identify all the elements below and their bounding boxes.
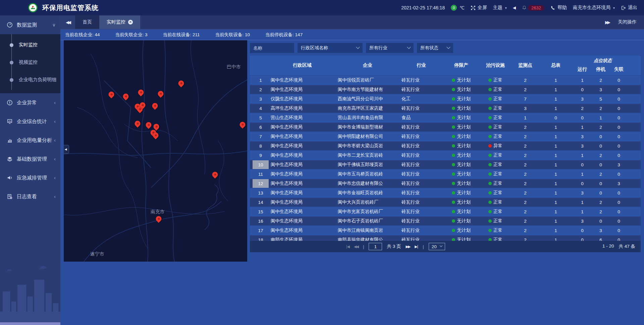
table-row[interactable]: 5营山生态环境局营山县润丰肉食品有限食品无计划正常10010 [250,113,641,122]
cell-industry: 砖瓦行业 [399,237,443,241]
status-dot-green [452,78,455,82]
page-number-input[interactable] [369,243,382,250]
table-row[interactable]: 18南部生态环境局南部县瑞华建材有限公砖瓦行业无计划正常21060 [250,235,641,241]
cell-company: 阆中市南方节能建材有 [336,87,399,93]
table-row[interactable]: 2阆中生态环境局阆中市南方节能建材有砖瓦行业无计划正常21030 [250,85,641,94]
cell-meters: 1 [539,125,573,130]
sidebar-item-5[interactable]: 应急减排管理‹ [0,168,60,187]
tab-首页[interactable]: 首页 [75,15,99,29]
next-page-button[interactable]: ▶▶ [406,245,410,249]
page-size-select[interactable]: 20 [429,243,445,250]
cell-lost: 0 [609,78,628,83]
chevron-down-icon [440,244,442,247]
table-row[interactable]: 12阆中生态环境局阆中市忠信建材有限公砖瓦行业无计划正常21003 [250,179,641,188]
chevron-down-icon [446,45,450,49]
sidebar-item-6[interactable]: 日志查看‹ [0,187,60,206]
sidebar-subitem[interactable]: 企业电力负荷明细 [0,71,60,89]
tab-实时监控[interactable]: 实时监控✕ [99,15,140,29]
cell-company: 阆中强锐页岩砖厂 [336,77,399,83]
sidebar-section: 数据监测∨实时监控视频监控企业电力负荷明细 [0,15,60,93]
status-select[interactable]: 所有状态 [417,43,453,53]
bell-icon [522,5,527,10]
status-dot-green [488,97,492,101]
sidebar-subitem[interactable]: 实时监控 [0,36,60,54]
cell-company: 阆中市五马桥页岩机砖 [336,171,399,177]
mute-button[interactable]: ◀ [513,5,516,10]
table-row[interactable]: 9阆中生态环境局阆中市二龙长宝页岩砖砖瓦行业无计划正常21120 [250,151,641,160]
cell-meters: 1 [539,144,573,149]
cell-halted: 5 [592,97,609,102]
record-total-label: 共 47 条 [619,243,635,250]
table-row[interactable]: 6阆中生态环境局阆中市金博瑞新型墙材砖瓦行业无计划正常21120 [250,123,641,131]
table-row[interactable]: 17阆中生态环境局阆中市江南镇阆南页岩砖瓦行业无计划正常21030 [250,226,641,235]
notifications-button[interactable]: 2632 [522,5,544,11]
tabs-scroll-left-button[interactable]: ◀◀ [60,15,75,29]
status-dot-green [488,219,492,223]
industry-select[interactable]: 所有行业 [366,43,414,53]
sidebar-item-3[interactable]: 企业用电量分析‹ [0,131,60,150]
cell-facility: 正常 [479,190,512,196]
cell-region: 阆中生态环境局 [269,209,336,215]
cell-meters: 1 [539,200,573,205]
status-dot-green [488,238,492,241]
sidebar-item-0[interactable]: 数据监测∨ [0,15,60,34]
cell-running: 1 [573,125,592,130]
cell-stop-limit: 无计划 [443,218,479,224]
row-number: 2 [253,85,269,94]
cell-lost: 0 [609,106,628,111]
cell-region: 阆中生态环境局 [269,143,336,149]
cell-industry: 砖瓦行业 [399,124,443,130]
table-row[interactable]: 16阆中生态环境局阆中市石子页岩机砖厂砖瓦行业无计划正常21300 [250,217,641,225]
fullscreen-button[interactable]: 全屏 [471,5,487,11]
table-row[interactable]: 4高坪生态环境局南充市高坪区王家店建砖瓦行业无计划正常31220 [250,104,641,113]
first-page-button[interactable]: ∣◀ [346,245,349,249]
close-tab-icon[interactable]: ✕ [128,20,133,24]
table-row[interactable]: 3仪陇生态环境局西南油气田分公司川中化工无计划正常71350 [250,95,641,103]
organization-dropdown[interactable]: 南充市生态环境局 ▾ [573,5,615,11]
sidebar-section: 应急减排管理‹ [0,168,60,187]
chevron-down-icon [407,45,411,49]
table-row[interactable]: 10阆中生态环境局阆中千佛镇五郎垭页岩砖瓦行业无计划正常21003 [250,160,641,169]
cell-running: 1 [573,153,592,158]
cell-region: 阆中生态环境局 [269,171,336,177]
table-row[interactable]: 15阆中生态环境局阆中市光富页岩机砖厂砖瓦行业无计划正常21120 [250,207,641,216]
cell-points: 2 [512,153,539,158]
sidebar-item-4[interactable]: 基础数据管理‹ [0,150,60,168]
cell-industry: 砖瓦行业 [399,77,443,83]
table-row[interactable]: 13阆中生态环境局阆中市金福旺页岩机砖砖瓦行业无计划正常21300 [250,188,641,197]
table-row[interactable]: 1阆中生态环境局阆中强锐页岩砖厂砖瓦行业无计划正常21120 [250,76,641,85]
table-row[interactable]: 8阆中生态环境局阆中市枣碧大梁山页岩砖瓦行业无计划异常21300 [250,142,641,150]
logout-button[interactable]: 退出 [621,5,637,11]
cell-running: 0 [573,162,592,167]
sidebar-section: 企业用电量分析‹ [0,131,60,150]
cell-company: 阆中大兴页岩机砖厂 [336,199,399,205]
theme-dropdown[interactable]: 主题 ▾ [493,5,507,11]
table-row[interactable]: 7阆中生态环境局阆中明阳建材有限公司砖瓦行业无计划正常21300 [250,132,641,141]
region-select[interactable]: 行政区域名称 [298,43,363,53]
status-dot-green [452,210,455,213]
col-company: 企业 [336,62,399,68]
cell-industry: 砖瓦行业 [399,227,443,233]
prev-page-button[interactable]: ◀◀ [354,245,358,249]
cell-region: 阆中生态环境局 [269,162,336,168]
close-operations-button[interactable]: 关闭操作 [618,19,637,25]
sidebar-item-2[interactable]: 企业综合统计‹ [0,112,60,131]
map-panel[interactable]: 巴中市南充市遂宁市 ◀ [64,40,247,262]
tabs-scroll-right-button[interactable]: ▶▶ [605,20,609,25]
help-button[interactable]: 帮助 [550,5,567,11]
name-search-input[interactable] [250,43,294,53]
sidebar-item-1[interactable]: 企业异常‹ [0,93,60,112]
cell-facility: 正常 [479,237,512,241]
table-row[interactable]: 14阆中生态环境局阆中大兴页岩机砖厂砖瓦行业无计划正常21120 [250,198,641,207]
fullscreen-icon [471,5,476,10]
cell-stop-limit: 无计划 [443,115,479,121]
sidebar-subitem[interactable]: 视频监控 [0,54,60,71]
cell-region: 阆中生态环境局 [269,218,336,224]
skyline-decoration [0,261,60,325]
row-number: 10 [253,160,269,169]
map-collapse-button[interactable]: ◀ [64,145,69,154]
last-page-button[interactable]: ▶∣ [415,245,418,249]
cell-region: 阆中生态环境局 [269,133,336,140]
table-row[interactable]: 11阆中生态环境局阆中市五马桥页岩机砖砖瓦行业无计划正常21120 [250,170,641,178]
cell-running: 3 [573,97,592,102]
